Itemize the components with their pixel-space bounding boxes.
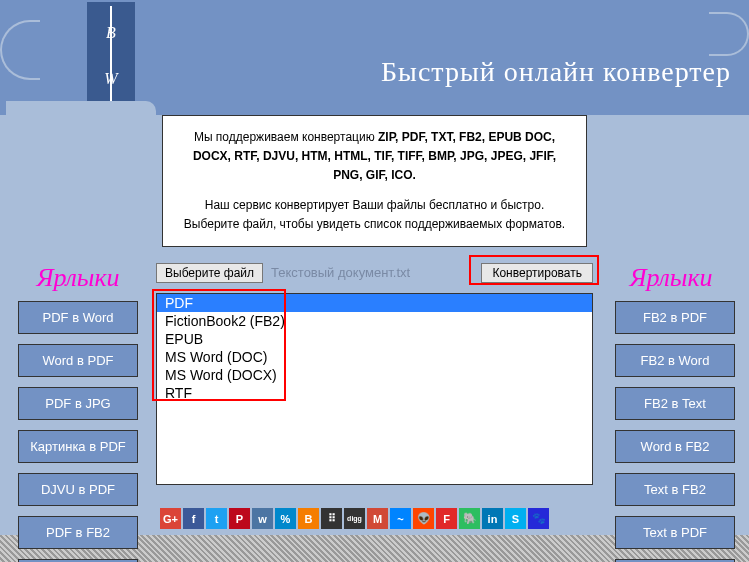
- logo[interactable]: B W: [87, 2, 135, 110]
- format-option[interactable]: MS Word (DOC): [157, 348, 592, 366]
- info-intro: Мы поддерживаем конвертацию: [194, 130, 378, 144]
- sidebar-left-items: PDF в WordWord в PDFPDF в JPGКартинка в …: [8, 301, 148, 562]
- share-vk-icon[interactable]: w: [252, 508, 273, 529]
- share-myspace-icon[interactable]: ⠿: [321, 508, 342, 529]
- sidebar-left-link[interactable]: PDF в Word: [18, 301, 138, 334]
- decor-curve-right: [709, 12, 749, 56]
- share-facebook-icon[interactable]: f: [183, 508, 204, 529]
- sidebar-left-link[interactable]: DJVU в PDF: [18, 473, 138, 506]
- format-option[interactable]: EPUB: [157, 330, 592, 348]
- share-gmail-icon[interactable]: M: [367, 508, 388, 529]
- sidebar-left-link[interactable]: Картинка в PDF: [18, 430, 138, 463]
- logo-letter-b: B: [104, 24, 117, 42]
- info-description: Наш сервис конвертирует Ваши файлы беспл…: [181, 196, 568, 234]
- sidebar-left: Ярлыки PDF в WordWord в PDFPDF в JPGКарт…: [8, 257, 148, 562]
- share-baidu-icon[interactable]: 🐾: [528, 508, 549, 529]
- sidebar-left-link[interactable]: PDF в FB2: [18, 516, 138, 549]
- format-option[interactable]: MS Word (DOCX): [157, 366, 592, 384]
- sidebar-right-link[interactable]: FB2 в Word: [615, 344, 735, 377]
- sidebar-left-link[interactable]: PDF в JPG: [18, 387, 138, 420]
- share-twitter-icon[interactable]: t: [206, 508, 227, 529]
- sidebar-right-link[interactable]: Text в PDF: [615, 516, 735, 549]
- info-box: Мы поддерживаем конвертацию ZIP, PDF, TX…: [162, 115, 587, 247]
- share-evernote-icon[interactable]: 🐘: [459, 508, 480, 529]
- format-option[interactable]: RTF: [157, 384, 592, 402]
- sidebar-left-title: Ярлыки: [8, 263, 148, 293]
- share-row: G+ftPw%B⠿diggM~👽F🐘inS🐾: [160, 508, 595, 529]
- convert-button[interactable]: Конвертировать: [481, 263, 593, 283]
- format-option[interactable]: PDF: [157, 294, 592, 312]
- header: B W Быстрый онлайн конвертер: [0, 0, 749, 115]
- sidebar-right-link[interactable]: Text в FB2: [615, 473, 735, 506]
- logo-letter-w: W: [104, 70, 117, 88]
- sidebar-right-link[interactable]: FB2 в Text: [615, 387, 735, 420]
- share-linkedin-icon[interactable]: in: [482, 508, 503, 529]
- format-option[interactable]: FictionBook2 (FB2): [157, 312, 592, 330]
- selected-file-name: Текстовый документ.txt: [271, 265, 410, 280]
- sidebar-right-link[interactable]: FB2 в PDF: [615, 301, 735, 334]
- sidebar-right-title: Ярлыки: [601, 263, 741, 293]
- share-flipboard-icon[interactable]: F: [436, 508, 457, 529]
- share-digg-icon[interactable]: digg: [344, 508, 365, 529]
- share-messenger-icon[interactable]: ~: [390, 508, 411, 529]
- share-blogger-icon[interactable]: B: [298, 508, 319, 529]
- share-skype-icon[interactable]: S: [505, 508, 526, 529]
- tab-decor: [6, 101, 156, 125]
- main-panel: Мы поддерживаем конвертацию ZIP, PDF, TX…: [0, 115, 749, 535]
- format-select-list[interactable]: PDFFictionBook2 (FB2)EPUBMS Word (DOC)MS…: [156, 293, 593, 485]
- sidebar-right: Ярлыки FB2 в PDFFB2 в WordFB2 в TextWord…: [601, 257, 741, 562]
- share-link-icon[interactable]: %: [275, 508, 296, 529]
- choose-file-button[interactable]: Выберите файл: [156, 263, 263, 283]
- sidebar-right-link[interactable]: Word в FB2: [615, 430, 735, 463]
- decor-curve-left: [0, 20, 40, 80]
- sidebar-right-items: FB2 в PDFFB2 в WordFB2 в TextWord в FB2T…: [601, 301, 741, 562]
- share-googleplus-icon[interactable]: G+: [160, 508, 181, 529]
- share-reddit-icon[interactable]: 👽: [413, 508, 434, 529]
- share-pinterest-icon[interactable]: P: [229, 508, 250, 529]
- site-title: Быстрый онлайн конвертер: [381, 56, 731, 88]
- controls-row: Выберите файл Текстовый документ.txt Кон…: [156, 263, 593, 283]
- sidebar-left-link[interactable]: Word в PDF: [18, 344, 138, 377]
